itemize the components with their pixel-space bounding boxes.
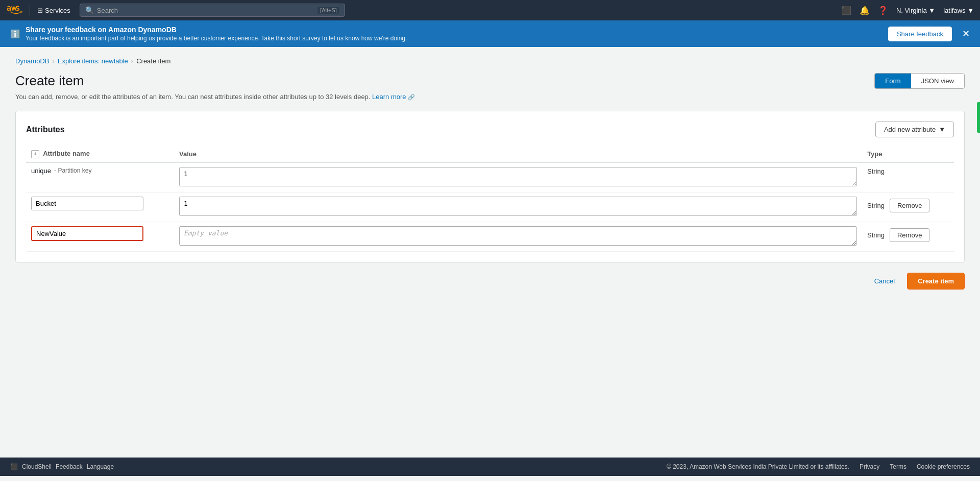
search-icon: 🔍	[85, 6, 94, 14]
attr-name-cell-1: unique - Partition key	[26, 162, 174, 192]
user-menu[interactable]: latifaws ▼	[943, 7, 974, 14]
col-header-name: + Attribute name	[26, 146, 174, 162]
attr-type-1: String	[867, 167, 885, 175]
privacy-link[interactable]: Privacy	[860, 463, 879, 470]
create-item-button[interactable]: Create item	[907, 273, 965, 290]
view-toggle: Form JSON view	[874, 73, 965, 89]
page-desc-text: You can add, remove, or edit the attribu…	[15, 93, 370, 101]
terms-link[interactable]: Terms	[890, 463, 906, 470]
attr-value-input-1[interactable]: 1	[179, 167, 857, 186]
page-description: You can add, remove, or edit the attribu…	[15, 93, 415, 101]
cookie-link[interactable]: Cookie preferences	[917, 463, 970, 470]
attributes-card: Attributes Add new attribute ▼ + Attribu…	[15, 111, 965, 262]
attr-type-2: String	[867, 202, 885, 209]
attr-name-static-1: unique	[31, 167, 51, 175]
table-row: String Remove	[26, 222, 954, 251]
nav-divider	[30, 5, 30, 15]
col-value-label: Value	[179, 150, 197, 158]
action-row: Cancel Create item	[15, 273, 965, 290]
attr-name-cell-2[interactable]	[26, 192, 174, 222]
partition-key-label: - Partition key	[54, 167, 91, 174]
table-row: unique - Partition key 1 String	[26, 162, 954, 192]
table-row: 1 String Remove	[26, 192, 954, 222]
services-label: Services	[45, 7, 70, 14]
feedback-link[interactable]: Feedback	[56, 463, 83, 470]
attr-value-cell-3[interactable]	[174, 222, 862, 251]
search-input[interactable]	[97, 7, 317, 14]
col-name-label: Attribute name	[43, 150, 90, 157]
info-icon: ℹ️	[10, 29, 20, 39]
attributes-section-title: Attributes	[26, 125, 65, 134]
breadcrumb-dynamodb[interactable]: DynamoDB	[15, 57, 49, 65]
attr-name-cell-3[interactable]	[26, 222, 174, 251]
cloudshell-icon[interactable]: ⬛	[841, 6, 851, 15]
footer-links: © 2023, Amazon Web Services India Privat…	[667, 463, 970, 470]
attr-value-cell-2[interactable]: 1	[174, 192, 862, 222]
expand-icon: +	[31, 150, 39, 158]
banner-title: Share your feedback on Amazon DynamoDB	[26, 26, 883, 34]
col-type-label: Type	[867, 150, 882, 158]
learn-more-link[interactable]: Learn more	[372, 93, 406, 101]
remove-button-2[interactable]: Remove	[890, 199, 929, 212]
breadcrumb-explore[interactable]: Explore items: newtable	[58, 57, 128, 65]
page-title: Create item	[15, 73, 415, 89]
attributes-header: Attributes Add new attribute ▼	[26, 122, 954, 137]
bell-icon[interactable]: 🔔	[860, 6, 870, 15]
footer-left: ⬛ CloudShell Feedback Language	[10, 463, 114, 470]
attributes-table: + Attribute name Value Type un	[26, 146, 954, 252]
banner-close-icon[interactable]: ✕	[962, 28, 970, 39]
services-menu[interactable]: ⊞ Services	[37, 7, 70, 14]
breadcrumb-sep2: ›	[131, 57, 133, 65]
attr-value-cell-1[interactable]: 1	[174, 162, 862, 192]
remove-button-3[interactable]: Remove	[890, 228, 929, 242]
attr-name-input-3[interactable]	[31, 226, 143, 241]
aws-logo[interactable]	[6, 4, 22, 16]
attr-name-input-2[interactable]	[31, 197, 143, 210]
add-attribute-button[interactable]: Add new attribute ▼	[875, 122, 954, 137]
search-bar[interactable]: 🔍 [Alt+S]	[80, 4, 345, 17]
main-content: DynamoDB › Explore items: newtable › Cre…	[0, 47, 980, 458]
copyright-text: © 2023, Amazon Web Services India Privat…	[667, 463, 849, 470]
footer: ⬛ CloudShell Feedback Language © 2023, A…	[0, 458, 980, 476]
cancel-button[interactable]: Cancel	[868, 274, 901, 288]
top-navigation: ⊞ Services 🔍 [Alt+S] ⬛ 🔔 ❓ N. Virginia ▼…	[0, 0, 980, 20]
add-attr-label: Add new attribute	[884, 126, 936, 133]
json-view-button[interactable]: JSON view	[911, 74, 964, 88]
region-selector[interactable]: N. Virginia ▼	[896, 7, 935, 14]
footer-right: © 2023, Amazon Web Services India Privat…	[667, 463, 970, 470]
banner-subtitle: Your feedback is an important part of he…	[26, 35, 883, 42]
banner-text: Share your feedback on Amazon DynamoDB Y…	[26, 26, 883, 42]
external-link-icon: 🔗	[408, 94, 415, 100]
nav-right: ⬛ 🔔 ❓ N. Virginia ▼ latifaws ▼	[841, 6, 974, 15]
dropdown-icon: ▼	[939, 126, 945, 133]
attr-type-cell-1: String	[862, 162, 954, 192]
attr-type-cell-2: String Remove	[862, 193, 954, 217]
attr-value-input-2[interactable]: 1	[179, 197, 857, 216]
breadcrumb-current: Create item	[136, 57, 170, 65]
share-feedback-button[interactable]: Share feedback	[888, 27, 952, 41]
language-link[interactable]: Language	[87, 463, 114, 470]
help-icon[interactable]: ❓	[878, 6, 888, 15]
cloudshell-link[interactable]: CloudShell	[22, 463, 52, 470]
attr-value-input-3[interactable]	[179, 226, 857, 246]
form-view-button[interactable]: Form	[875, 74, 911, 88]
breadcrumb-sep1: ›	[52, 57, 54, 65]
feedback-banner: ℹ️ Share your feedback on Amazon DynamoD…	[0, 20, 980, 47]
attr-type-cell-3: String Remove	[862, 222, 954, 246]
right-sidebar-indicator	[977, 102, 980, 133]
col-header-type: Type	[862, 146, 954, 162]
search-shortcut: [Alt+S]	[317, 7, 339, 14]
col-header-value: Value	[174, 146, 862, 162]
cloudshell-footer-icon: ⬛	[10, 463, 18, 470]
attr-type-3: String	[867, 231, 885, 239]
grid-icon: ⊞	[37, 7, 43, 14]
breadcrumb: DynamoDB › Explore items: newtable › Cre…	[15, 57, 965, 65]
